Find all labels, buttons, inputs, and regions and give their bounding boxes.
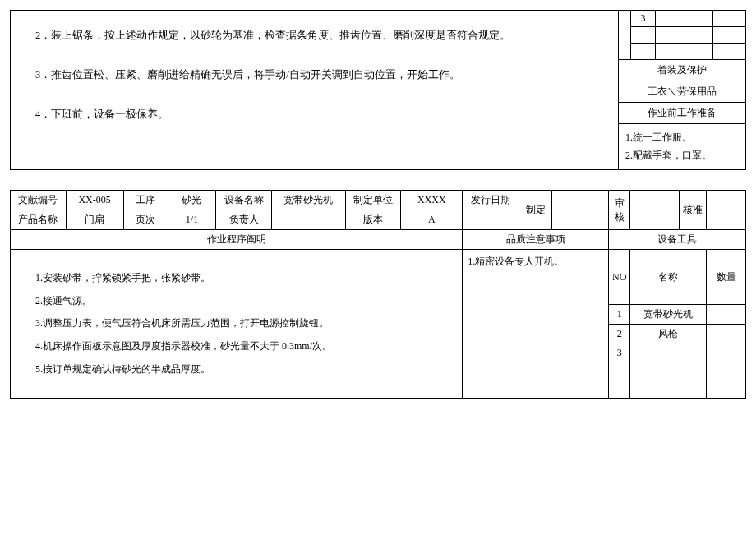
value-owner: [271, 210, 345, 230]
dress-protection-header: 着装及保护: [619, 60, 745, 81]
value-draft: [551, 191, 608, 230]
proc-step: 5.按订单规定确认待砂光的半成品厚度。: [35, 361, 437, 379]
equip-col-no-header: NO: [609, 250, 630, 305]
value-page: 1/1: [168, 210, 216, 230]
value-review: [630, 191, 679, 230]
proc-step: 1.安装砂带，拧紧锁紧手把，张紧砂带。: [35, 270, 437, 288]
equip-row-name: [655, 11, 712, 27]
equip-col-name-header: 名称: [630, 250, 707, 305]
right-side-panel: 3 着装及保护 工衣＼劳保用品 作业前工作准备 1.统一工作服。: [619, 11, 745, 169]
equip-no: [609, 380, 630, 399]
label-version: 版本: [345, 210, 401, 230]
equip-row-qty: [712, 11, 745, 27]
step-text: 3．推齿位置松、压紧、磨削进给精确无误后，将手动/自动开关调到自动位置，开始工作…: [35, 67, 593, 83]
value-dept: XXXX: [401, 191, 463, 210]
procedure-body: 1.安装砂带，拧紧锁紧手把，张紧砂带。 2.接通气源。 3.调整压力表，便气压符…: [11, 250, 463, 399]
value-product: 门扇: [66, 210, 123, 230]
equip-name: 宽带砂光机: [630, 305, 707, 325]
value-equip-name: 宽带砂光机: [271, 191, 345, 210]
upper-form-section: 2．装上锯条，按上述动作规定，以砂轮为基准，检查据条角度、推齿位置、磨削深度是否…: [10, 10, 746, 170]
label-product: 产品名称: [11, 210, 67, 230]
label-review: 审核: [609, 191, 630, 230]
equip-qty: [707, 344, 746, 362]
procedure-steps-area: 2．装上锯条，按上述动作规定，以砂轮为基准，检查据条角度、推齿位置、磨削深度是否…: [11, 11, 619, 169]
value-process: 砂光: [168, 191, 216, 210]
equip-no: [609, 362, 630, 380]
label-issue-date: 发行日期: [463, 191, 519, 210]
prep-item: 2.配戴手套，口罩。: [625, 147, 739, 165]
label-owner: 负责人: [216, 210, 272, 230]
dress-protection-body: 工衣＼劳保用品: [619, 81, 745, 103]
label-page: 页次: [123, 210, 168, 230]
equip-row-name: [655, 44, 712, 60]
equip-no: 1: [609, 305, 630, 325]
pre-work-body: 1.统一工作服。 2.配戴手套，口罩。: [619, 124, 745, 169]
equip-row-num: 3: [630, 11, 655, 27]
header-quality: 品质注意事项: [463, 230, 609, 250]
equip-no: 3: [609, 344, 630, 362]
equip-col-qty-header: 数量: [707, 250, 746, 305]
step-text: 2．装上锯条，按上述动作规定，以砂轮为基准，检查据条角度、推齿位置、磨削深度是否…: [35, 27, 593, 44]
equip-qty: [707, 380, 746, 399]
value-issue-date: [463, 210, 519, 230]
label-draft: 制定: [519, 191, 551, 230]
pre-work-header: 作业前工作准备: [619, 103, 745, 124]
equip-no: 2: [609, 325, 630, 344]
equip-row-qty: [712, 44, 745, 60]
equip-name: [630, 362, 707, 380]
equip-row-name: [655, 27, 712, 44]
equip-name: [630, 380, 707, 399]
equip-qty: [707, 362, 746, 380]
label-doc-no: 文献编号: [11, 191, 67, 210]
value-approve: [707, 191, 746, 230]
equip-row-num: [630, 27, 655, 44]
equip-row-qty: [712, 27, 745, 44]
equip-name: 风枪: [630, 325, 707, 344]
equip-qty: [707, 305, 746, 325]
value-doc-no: XX-005: [66, 191, 123, 210]
proc-step: 4.机床操作面板示意图及厚度指示器校准，砂光量不大于 0.3mm/次。: [35, 338, 437, 356]
quality-notes: 1.精密设备专人开机。: [463, 250, 609, 399]
proc-step: 3.调整压力表，便气压符合机床所需压力范围，打开电源控制旋钮。: [35, 315, 437, 333]
label-equip-name: 设备名称: [216, 191, 272, 210]
equip-qty: [707, 325, 746, 344]
value-version: A: [401, 210, 463, 230]
header-proc-desc: 作业程序阐明: [11, 230, 463, 250]
label-approve: 核准: [679, 191, 707, 230]
work-instruction-form: 文献编号 XX-005 工序 砂光 设备名称 宽带砂光机 制定单位 XXXX 发…: [10, 190, 746, 399]
equip-row-num: [630, 44, 655, 60]
step-text: 4．下班前，设备一极保养。: [35, 106, 593, 122]
proc-step: 2.接通气源。: [35, 293, 437, 311]
label-process: 工序: [123, 191, 168, 210]
header-tools: 设备工具: [609, 230, 746, 250]
prep-item: 1.统一工作服。: [625, 129, 739, 147]
label-dept: 制定单位: [345, 191, 401, 210]
equip-name: [630, 344, 707, 362]
